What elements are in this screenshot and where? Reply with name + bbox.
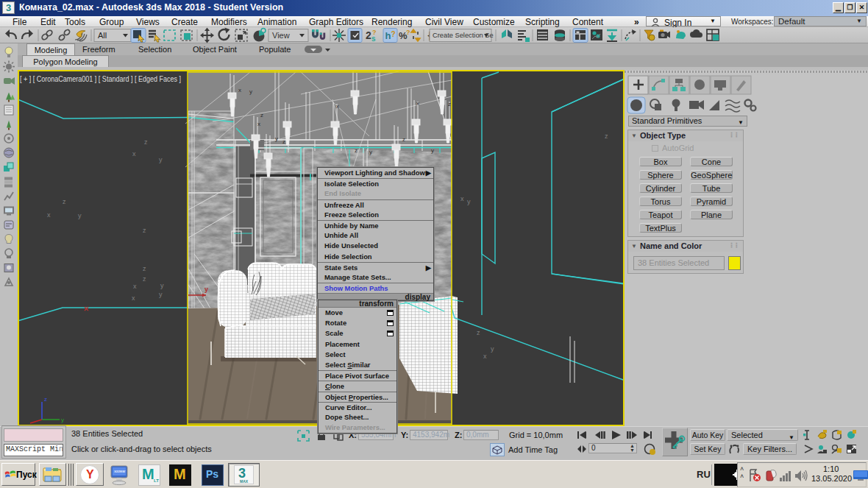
svg-text:y: y (467, 198, 471, 205)
svg-text:z: z (143, 275, 146, 283)
svg-text:x: x (257, 121, 260, 127)
svg-text:?: ? (391, 30, 396, 38)
svg-text:[ + ] [ CoronaCamera001 ] [ St: [ + ] [ CoronaCamera001 ] [ Standard ] [… (20, 74, 181, 83)
svg-text:x: x (132, 150, 136, 158)
svg-text:View: View (272, 31, 290, 40)
svg-text:?: ? (372, 29, 377, 36)
svg-text:z: z (282, 138, 285, 145)
svg-text:z: z (143, 227, 146, 234)
svg-text:z: z (143, 265, 146, 272)
svg-text:z: z (44, 396, 47, 403)
svg-text:z: z (260, 112, 263, 119)
svg-text:x: x (460, 195, 464, 202)
svg-text:зоомаг: зоомаг (114, 469, 126, 473)
svg-text:All: All (98, 31, 107, 40)
svg-text:y: y (204, 286, 208, 293)
svg-text:x: x (47, 211, 51, 219)
svg-text:x: x (133, 283, 137, 290)
svg-text:x: x (336, 103, 339, 110)
svg-text:z: z (355, 147, 357, 154)
svg-text:h: h (385, 30, 391, 41)
svg-text:y: y (491, 345, 494, 353)
svg-text:y: y (78, 212, 82, 219)
svg-text:y: y (275, 135, 278, 142)
svg-text:y: y (431, 147, 434, 154)
svg-text:?: ? (406, 29, 410, 36)
svg-text:2: 2 (366, 29, 371, 41)
svg-text:y: y (249, 88, 252, 95)
svg-text:x: x (416, 100, 419, 107)
svg-text:x: x (483, 353, 487, 360)
svg-text:x: x (238, 87, 241, 93)
svg-text:y: y (159, 291, 163, 298)
svg-text:z: z (477, 329, 480, 336)
svg-text:y: y (369, 149, 372, 155)
svg-text:z: z (144, 138, 148, 146)
svg-text:z: z (402, 136, 405, 143)
svg-text:z: z (605, 132, 608, 140)
svg-text:z: z (63, 198, 66, 205)
svg-text:x: x (132, 294, 135, 302)
svg-text:Create Selection Se: Create Selection Se (433, 32, 494, 39)
svg-text:y: y (160, 282, 164, 289)
svg-text:z: z (448, 101, 451, 107)
svg-text:y: y (159, 156, 163, 163)
svg-text:y: y (61, 417, 64, 423)
